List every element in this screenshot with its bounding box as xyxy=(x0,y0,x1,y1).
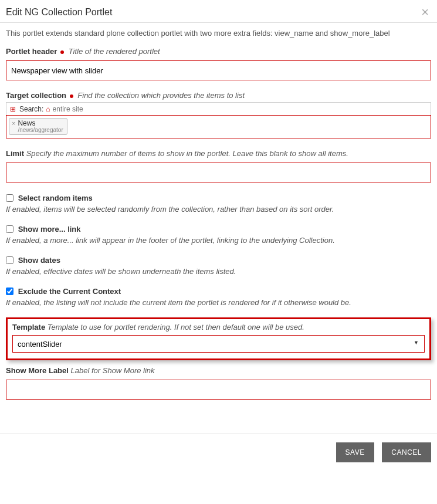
random-checkbox[interactable] xyxy=(6,194,13,202)
exclude-current-checkbox[interactable] xyxy=(6,287,13,295)
save-button[interactable]: SAVE xyxy=(336,442,374,462)
collection-search-bar[interactable]: ⊞ Search: ⌂ entire site xyxy=(6,102,431,115)
exclude-current-help: If enabled, the listing will not include… xyxy=(6,298,431,307)
collection-selected-container[interactable]: × News /news/aggregator xyxy=(6,115,431,138)
field-exclude-current: Exclude the Current Context If enabled, … xyxy=(6,286,431,307)
field-show-more-label: Show More Label Label for Show More link xyxy=(6,366,431,400)
chip-remove-icon[interactable]: × xyxy=(12,120,15,127)
field-template: Template Template to use for portlet ren… xyxy=(6,317,431,360)
portlet-header-label: Portlet header Title of the rendered por… xyxy=(6,47,431,56)
exclude-current-label[interactable]: Exclude the Current Context xyxy=(18,287,121,296)
show-more-label-input[interactable] xyxy=(6,380,431,400)
portlet-header-input[interactable] xyxy=(6,60,431,80)
limit-input[interactable] xyxy=(6,163,431,182)
cancel-button[interactable]: CANCEL xyxy=(382,442,431,462)
show-more-help: If enabled, a more... link will appear i… xyxy=(6,236,431,245)
show-more-label-label: Show More Label Label for Show More link xyxy=(6,366,431,375)
random-help: If enabled, items will be selected rando… xyxy=(6,205,431,214)
template-select[interactable]: contentSlider xyxy=(12,335,425,353)
random-label[interactable]: Select random items xyxy=(18,194,93,202)
collection-chip: × News /news/aggregator xyxy=(9,118,67,135)
tree-icon: ⊞ xyxy=(10,105,16,113)
field-limit: Limit Specify the maximum number of item… xyxy=(6,149,431,182)
modal-body: This portlet extends standard plone coll… xyxy=(0,23,437,416)
limit-label: Limit Specify the maximum number of item… xyxy=(6,149,431,158)
close-icon[interactable]: × xyxy=(421,6,429,19)
show-more-checkbox[interactable] xyxy=(6,225,13,233)
show-dates-checkbox[interactable] xyxy=(6,256,13,264)
modal-title: Edit NG Collection Portlet xyxy=(6,7,431,18)
template-label: Template Template to use for portlet ren… xyxy=(12,323,425,332)
required-dot-icon xyxy=(70,94,73,98)
target-collection-label: Target collection Find the collection wh… xyxy=(6,91,431,100)
field-random: Select random items If enabled, items wi… xyxy=(6,193,431,214)
field-portlet-header: Portlet header Title of the rendered por… xyxy=(6,47,431,80)
show-dates-help: If enabled, effective dates will be show… xyxy=(6,267,431,276)
home-icon[interactable]: ⌂ xyxy=(46,105,50,113)
modal-header: Edit NG Collection Portlet × xyxy=(0,0,437,23)
portlet-description: This portlet extends standard plone coll… xyxy=(6,29,431,38)
required-dot-icon xyxy=(60,50,64,54)
field-show-dates: Show dates If enabled, effective dates w… xyxy=(6,255,431,276)
show-more-label[interactable]: Show more... link xyxy=(18,225,81,234)
show-dates-label[interactable]: Show dates xyxy=(18,256,60,265)
field-target-collection: Target collection Find the collection wh… xyxy=(6,91,431,138)
modal-footer: SAVE CANCEL xyxy=(0,434,437,471)
field-show-more: Show more... link If enabled, a more... … xyxy=(6,224,431,245)
